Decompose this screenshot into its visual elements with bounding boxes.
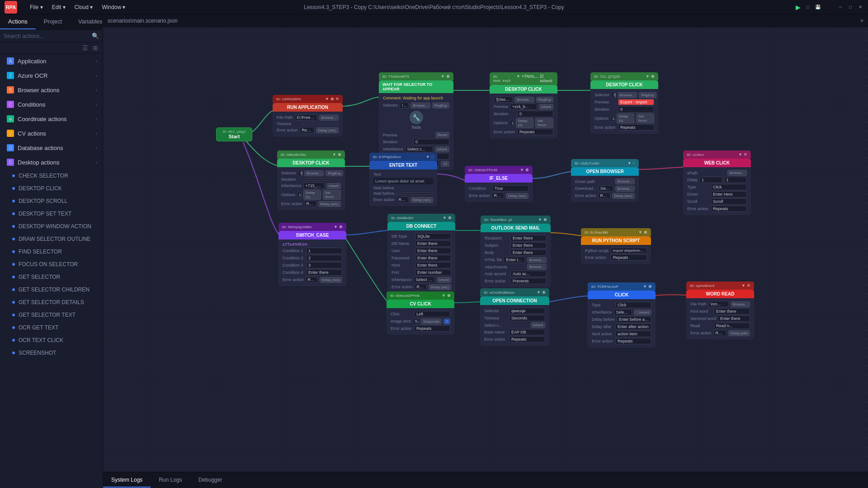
action-focus-on-selector[interactable]: FOCUS ON SELECTOR [0,258,103,271]
save-button[interactable]: 💾 [815,4,821,10]
action-get-selector-text[interactable]: GET SELECTOR TEXT [0,309,103,321]
dc2-selector-val[interactable]: ![class_rna... [611,92,616,98]
node-desktop-click-3[interactable]: ID: GMut8rO0s ▼⊕ DESKTOP CLICK Selector!… [277,150,345,210]
et-waitbefore-val[interactable] [397,187,433,189]
wc-error-val[interactable]: Repeats [711,206,747,212]
wc-browse[interactable]: Browse... [727,170,747,176]
et-error-val[interactable]: Repeats [396,197,409,203]
action-draw-selector-outline[interactable]: DRAW SELECTOR OUTLINE [0,233,103,245]
bottom-tab-system-logs[interactable]: System Logs [103,473,151,488]
category-application[interactable]: A Application ‹ [0,54,103,68]
node-cv-click[interactable]: ID: BHkc4GPPH8 ▼⊕ CV CLICK ClickLeft Ima… [387,291,454,335]
db-inherit-btn[interactable]: Inherit [437,277,451,283]
dc1-inherit[interactable]: Inherit [539,104,553,110]
action-ocr-text-click[interactable]: OCR TEXT CLICK [0,334,103,347]
cl-delaybef-val[interactable]: Enter before action [617,316,651,323]
play-button[interactable]: ▶ [795,4,801,10]
search-icon[interactable]: 🔍 [92,33,99,39]
wr-delay-btn[interactable]: Delay path [728,330,750,336]
ps-error-val[interactable]: Repeats [611,254,647,261]
dc3-options-val[interactable]: Left click [297,192,302,198]
delay2-btn[interactable]: 10 [441,161,449,167]
maximize-button[interactable]: □ [847,4,854,10]
bottom-tab-debugger[interactable]: Debugger [190,473,231,488]
action-find-selector[interactable]: FIND SELECTOR [0,245,103,258]
file-tab-close[interactable]: × [860,18,863,24]
wr-error-val[interactable]: Repeats [713,330,726,336]
dc2-browse[interactable]: Browse... [618,92,637,98]
category-desktop-actions[interactable]: D Desktop actions ‹ [0,155,103,169]
db-password-val[interactable]: Enter there [415,255,451,261]
om-error-val[interactable]: Prevents [510,278,547,284]
ie-error-val[interactable]: Repeats [492,192,504,199]
om-subject-val[interactable]: Enter there [510,242,547,249]
cc-grey-btn[interactable]: Grayscale [421,319,442,324]
oc-error-val[interactable]: Repeats [509,336,545,343]
sc-cond4-val[interactable]: Enter there [306,269,342,276]
field-filepath-val[interactable]: D:\FreeAddressB... [295,114,317,121]
node-db-connect[interactable]: ID: ANiIBxElr ▼⊕ DB CONNECT DB TypeSQLit… [387,214,455,293]
node-switch-case[interactable]: ID: NKDpdpG9Be ▼⊕ SWITCH_CASE sTTxrPHRXH… [278,223,346,286]
db-error-val[interactable]: Repeats [415,284,427,290]
db-host-val[interactable]: Enter there [415,262,451,268]
category-azure-ocr[interactable]: Z Azure OCR ‹ [0,68,103,83]
cc-blue-btn[interactable]: □ [443,319,450,324]
category-cv-actions[interactable]: V CV actions ‹ [0,126,103,141]
ob-browse[interactable]: Browse... [615,178,635,184]
dc2-preview-val[interactable]: Export - Import [618,99,654,105]
action-desktop-scroll[interactable]: DESKTOP SCROLL [0,195,103,207]
ob-download-val[interactable]: Destination folder [599,185,613,192]
node-open-browser[interactable]: ID: n1ELYx1Dr ▼○ OPEN BROWSER Driver pat… [571,159,639,202]
node-click[interactable]: ID: TCRPoLtmP ▼⊕ CLICK TypeClick Inherit… [588,282,656,347]
wr-servword-val[interactable]: Enter there [718,315,750,322]
action-screenshot[interactable]: SCREENSHOT [0,347,103,359]
oc-base-val[interactable]: EAP DB [509,329,545,335]
grid-view-icon[interactable]: ⊞ [92,43,99,52]
wc-delay-val2[interactable]: 1 [724,177,747,183]
cl-inherit-val[interactable]: Select c... [614,309,632,315]
et-waitafter-val[interactable] [399,192,433,194]
dc1-delay[interactable]: Delay (s) [516,118,533,128]
square-button[interactable]: □ [805,4,811,10]
sc-delay-btn[interactable]: Delay (sec) [320,277,342,283]
search-input[interactable] [4,33,90,39]
tab-variables[interactable]: Variables [70,14,103,29]
dc3-iter-val[interactable] [305,178,341,180]
list-view-icon[interactable]: ☰ [81,43,89,52]
wc-type-val[interactable]: Click [711,184,747,190]
dc3-browse[interactable]: Browse... [304,170,324,176]
node-python-script[interactable]: ID: ErJhac9Bl ▼⊕ RUN PYTHON SCRIPT Pytho… [581,228,651,264]
om-browse1[interactable]: Browse... [527,257,547,263]
dc3-focus[interactable]: Set focus [323,190,341,200]
field-erroraction-val[interactable]: Repeats [300,127,314,133]
cc-click-val[interactable]: Left [414,311,450,317]
dc3-inherit-btn[interactable]: Inherit [326,183,341,189]
dc3-sel-val[interactable]: ![class_ran [298,170,302,176]
dc3-delaybtn[interactable]: Delay (sec) [318,201,341,207]
sc-cond1-val[interactable]: 1 [306,248,342,254]
tab-actions[interactable]: Actions [0,14,36,29]
dc1-options-val[interactable]: Left click [509,120,514,126]
browse-btn[interactable]: Browse... [319,115,339,121]
regexp-btn[interactable]: RegExp [432,103,449,108]
dc2-error-val[interactable]: Repeats [618,124,654,131]
ie-delay-btn[interactable]: Delay (sec) [506,193,528,199]
dc1-browse[interactable]: Browse... [514,97,534,103]
dc2-delay[interactable]: Delay (s) [617,113,634,123]
ob-browse2[interactable]: Browse... [615,186,635,192]
minimize-button[interactable]: ─ [837,4,844,10]
om-html-val[interactable]: Enter there [504,257,525,263]
db-name-val[interactable]: Enter there [415,240,451,247]
dc2-options-val[interactable]: Left click [610,115,615,122]
oc-inherit-btn[interactable]: Inherit [531,322,545,328]
node-word-read[interactable]: ID: spKeBhAS ▼✕ WORD READ File Path\nm..… [686,282,754,339]
category-database-actions[interactable]: D Database actions ‹ [0,141,103,155]
field-iteration-val[interactable]: 0 [413,139,449,145]
om-body-val[interactable]: Enter there [510,249,547,256]
cc-image-val[interactable]: Select 0 [413,318,420,324]
wr-filepath-val[interactable]: \nm... [708,301,729,307]
db-type-val[interactable]: SQLite [415,233,451,239]
cl-delayaft-val[interactable]: Enter after action [615,324,651,330]
bottom-tab-run-logs[interactable]: Run Logs [151,473,190,488]
dc1-iter-val[interactable]: 0 [517,111,553,117]
